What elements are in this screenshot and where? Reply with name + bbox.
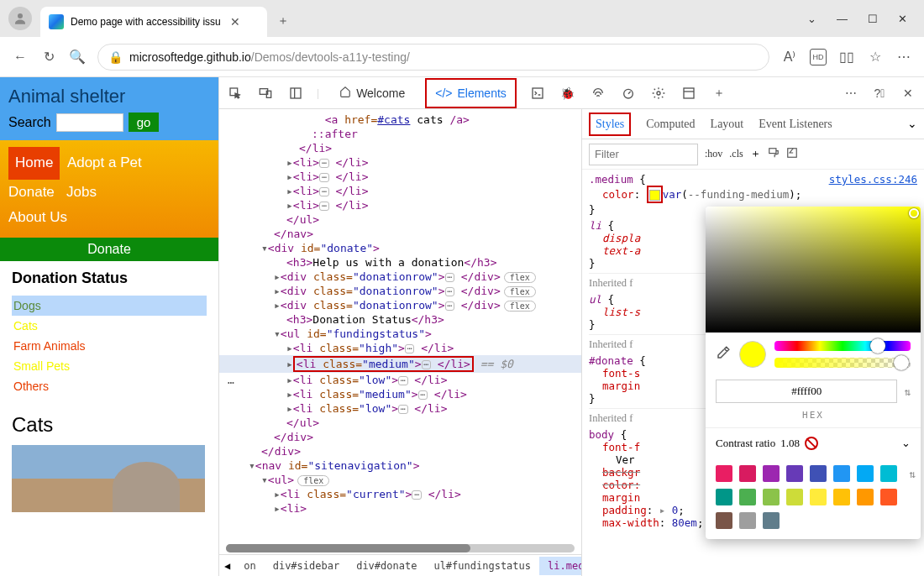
palette-swatch[interactable] <box>880 489 897 505</box>
close-window-icon[interactable]: ✕ <box>898 13 907 25</box>
palette-swatch[interactable] <box>786 465 803 482</box>
maximize-icon[interactable]: ☐ <box>868 13 878 25</box>
palette-swatch[interactable] <box>833 465 850 482</box>
color-swatch[interactable] <box>647 186 663 203</box>
inspect-icon[interactable] <box>226 84 244 102</box>
breadcrumb-scroll-left[interactable]: ◀ <box>219 560 235 572</box>
tab-elements[interactable]: </> Elements <box>425 78 517 108</box>
minimize-icon[interactable]: — <box>837 13 848 25</box>
bc-sidebar[interactable]: div#sidebar <box>265 557 348 575</box>
performance-icon[interactable] <box>619 84 638 102</box>
status-cats[interactable]: Cats <box>12 316 207 336</box>
bc-medium[interactable]: li.medium <box>539 557 581 575</box>
go-button[interactable]: go <box>129 113 160 132</box>
bc-on[interactable]: on <box>235 557 264 575</box>
source-link[interactable]: styles.css:246 <box>829 173 917 186</box>
cls-toggle[interactable]: .cls <box>729 148 743 160</box>
palette-swatch[interactable] <box>763 512 780 529</box>
hd-icon[interactable]: HD <box>810 49 827 65</box>
palette-toggle-icon[interactable]: ⇅ <box>904 465 921 482</box>
format-toggle-icon[interactable]: ⇅ <box>904 385 911 398</box>
nav-adopt[interactable]: Adopt a Pet <box>67 154 142 170</box>
status-small[interactable]: Small Pets <box>12 356 207 376</box>
paint-icon[interactable] <box>768 147 780 161</box>
palette-swatch[interactable] <box>716 489 732 505</box>
palette-swatch[interactable] <box>739 512 756 529</box>
saturation-field[interactable] <box>706 207 921 333</box>
donate-button[interactable]: Donate <box>0 238 218 261</box>
more-icon[interactable]: ⋯ <box>895 49 912 65</box>
palette-swatch[interactable] <box>833 489 850 505</box>
tab-computed[interactable]: Computed <box>646 118 695 131</box>
palette-swatch[interactable] <box>880 465 897 482</box>
palette-swatch[interactable] <box>786 489 803 505</box>
search-input[interactable] <box>56 113 123 132</box>
favorite-icon[interactable]: ☆ <box>867 49 884 65</box>
refresh-icon[interactable]: ↻ <box>40 49 57 65</box>
computed-icon[interactable] <box>786 147 798 161</box>
reader-icon[interactable]: ▯▯ <box>838 49 855 65</box>
chevron-down-icon[interactable]: ⌄ <box>907 117 917 131</box>
palette-swatch[interactable] <box>739 465 756 482</box>
nav-about[interactable]: About Us <box>8 209 67 225</box>
tab-welcome[interactable]: Welcome <box>331 79 413 107</box>
palette-swatch[interactable] <box>763 465 780 482</box>
bc-donate[interactable]: div#donate <box>348 557 425 575</box>
elements-tree[interactable]: <a href=#cats cats /a> ::after </li> ▸<l… <box>219 109 581 576</box>
profile-avatar[interactable] <box>8 7 32 30</box>
nav-donate[interactable]: Donate <box>8 184 55 200</box>
nav-jobs[interactable]: Jobs <box>66 184 97 200</box>
alpha-slider[interactable] <box>774 358 911 368</box>
palette-swatch[interactable] <box>810 465 827 482</box>
application-icon[interactable] <box>680 84 698 102</box>
sources-icon[interactable]: 🐞 <box>559 84 577 102</box>
selected-element[interactable]: ▸<li class="medium">⋯ </li> == $0 <box>219 355 581 373</box>
console-icon[interactable] <box>528 84 547 102</box>
chevron-down-icon[interactable]: ⌄ <box>807 13 816 25</box>
tab-events[interactable]: Event Listeners <box>759 118 832 131</box>
svg-point-0 <box>18 13 23 18</box>
palette-swatch[interactable] <box>763 489 780 505</box>
palette-swatch[interactable] <box>716 465 732 482</box>
memory-icon[interactable] <box>649 84 668 102</box>
hex-input[interactable] <box>716 380 897 403</box>
search-label: Search <box>8 115 51 130</box>
more-tabs-icon[interactable]: ＋ <box>710 84 728 102</box>
palette-swatch[interactable] <box>716 512 732 529</box>
eyedropper-icon[interactable] <box>716 345 731 364</box>
gutter-menu-icon[interactable]: ⋯ <box>223 376 239 389</box>
back-icon[interactable]: ← <box>12 49 29 65</box>
palette-swatch[interactable] <box>857 465 874 482</box>
rendered-page: Animal shelter Search go Home Adopt a Pe… <box>0 77 218 576</box>
horizontal-scrollbar[interactable] <box>226 544 575 552</box>
read-aloud-icon[interactable]: A⁾ <box>781 49 798 65</box>
bc-fundingstatus[interactable]: ul#fundingstatus <box>425 557 539 575</box>
expand-contrast-icon[interactable]: ⌄ <box>901 437 911 450</box>
browser-tab[interactable]: Demo page with accessibility issu ✕ <box>40 7 267 37</box>
new-tab-button[interactable]: ＋ <box>276 13 291 29</box>
search-icon[interactable]: 🔍 <box>69 49 86 65</box>
device-icon[interactable] <box>256 84 275 102</box>
status-dogs[interactable]: Dogs <box>12 296 207 316</box>
hov-toggle[interactable]: :hov <box>705 148 722 160</box>
home-icon <box>339 86 351 100</box>
nav-home[interactable]: Home <box>8 147 60 180</box>
close-tab-icon[interactable]: ✕ <box>228 14 243 29</box>
status-farm[interactable]: Farm Animals <box>12 336 207 356</box>
help-icon[interactable]: ?⃝ <box>870 84 889 102</box>
new-rule-icon[interactable]: ＋ <box>750 147 761 161</box>
palette-swatch[interactable] <box>810 489 827 505</box>
tab-styles[interactable]: Styles <box>589 113 631 136</box>
palette-swatch[interactable] <box>857 489 874 505</box>
styles-filter-input[interactable] <box>589 144 698 165</box>
address-bar[interactable]: 🔒 microsoftedge.github.io/Demos/devtools… <box>97 44 769 71</box>
tab-layout[interactable]: Layout <box>711 118 744 131</box>
contrast-ratio-row[interactable]: Contrast ratio 1.08 ⌄ <box>706 427 921 458</box>
close-devtools-icon[interactable]: ✕ <box>899 84 917 102</box>
network-icon[interactable] <box>589 84 607 102</box>
hue-slider[interactable] <box>774 341 911 351</box>
dock-icon[interactable] <box>286 84 305 102</box>
more-tools-icon[interactable]: ⋯ <box>842 84 860 102</box>
status-others[interactable]: Others <box>12 376 207 396</box>
palette-swatch[interactable] <box>739 489 756 505</box>
